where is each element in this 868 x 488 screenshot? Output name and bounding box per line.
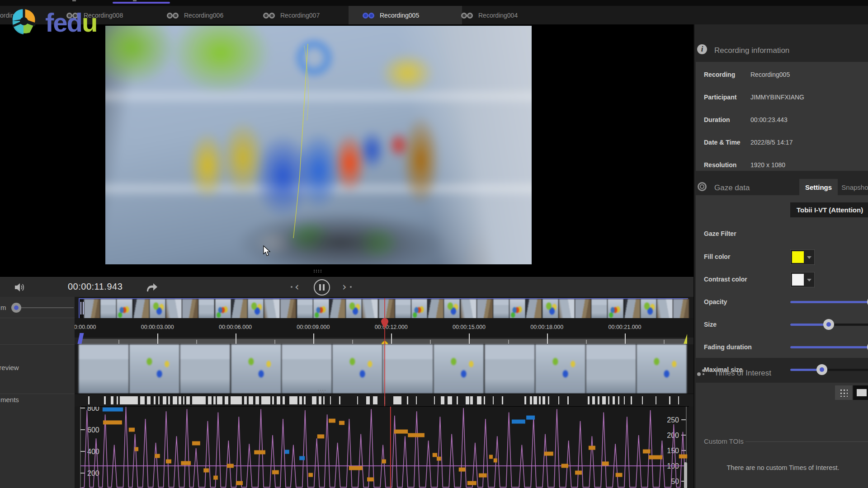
overview-thumbnail[interactable] bbox=[493, 299, 509, 319]
timeline-zoom-slider-track[interactable] bbox=[14, 307, 74, 308]
preview-thumbnail[interactable] bbox=[637, 344, 687, 394]
overview-thumbnail[interactable] bbox=[379, 299, 395, 319]
overview-thumbnail[interactable] bbox=[444, 299, 460, 319]
gaze-event-mark bbox=[542, 396, 545, 404]
overview-thumbnail[interactable] bbox=[559, 299, 575, 319]
preview-thumbnail[interactable] bbox=[332, 344, 383, 394]
overview-thumbnail[interactable] bbox=[526, 299, 542, 319]
preview-thumbnail[interactable] bbox=[586, 344, 637, 394]
preview-thumbnail-strip[interactable] bbox=[79, 344, 687, 394]
preview-thumbnail[interactable] bbox=[79, 344, 129, 394]
overview-thumbnail[interactable] bbox=[509, 299, 526, 319]
overview-thumbnail[interactable] bbox=[150, 299, 166, 319]
fill-color-picker[interactable] bbox=[790, 249, 815, 265]
pause-button[interactable] bbox=[314, 279, 330, 296]
tab-recording006[interactable]: Recording006 bbox=[161, 6, 255, 24]
export-clip-icon[interactable] bbox=[146, 282, 158, 293]
overview-thumbnail[interactable] bbox=[608, 299, 624, 319]
overview-thumbnail[interactable] bbox=[117, 299, 133, 319]
toolbar-fragment bbox=[72, 0, 76, 1]
overview-thumbnail[interactable] bbox=[198, 299, 215, 319]
overview-thumbnail[interactable] bbox=[411, 299, 428, 319]
tab-recording007[interactable]: Recording007 bbox=[258, 6, 349, 24]
preview-thumbnail[interactable] bbox=[383, 344, 434, 394]
gaze-event-mark bbox=[163, 396, 166, 404]
overview-thumbnail[interactable] bbox=[166, 299, 182, 319]
overview-thumbnail[interactable] bbox=[248, 299, 264, 319]
gaze-event-mark bbox=[530, 396, 532, 404]
chart-scrollbar[interactable] bbox=[684, 462, 687, 488]
timeline-panel: m preview ments 00:00:00.00000:00:03.000… bbox=[0, 297, 693, 488]
tab-label: Recording006 bbox=[184, 12, 223, 19]
gaze-event-mark bbox=[567, 396, 569, 404]
overview-thumbnail[interactable] bbox=[461, 299, 477, 319]
overview-thumbnail[interactable] bbox=[231, 299, 248, 319]
slider-fading-duration[interactable] bbox=[790, 341, 868, 353]
preview-thumbnail[interactable] bbox=[434, 344, 484, 394]
gaze-event-mark bbox=[299, 396, 302, 404]
next-event-button[interactable]: › bbox=[342, 278, 347, 296]
overview-thumbnail[interactable] bbox=[428, 299, 444, 319]
overview-thumbnail[interactable] bbox=[264, 299, 280, 319]
gaze-event-mark bbox=[524, 396, 526, 404]
volume-icon[interactable] bbox=[14, 281, 26, 294]
contrast-color-picker[interactable] bbox=[790, 272, 815, 287]
overview-thumbnail[interactable] bbox=[673, 299, 689, 319]
tab-recording004[interactable]: Recording004 bbox=[456, 6, 549, 24]
overview-thumbnail[interactable] bbox=[313, 299, 330, 319]
overview-thumbnail[interactable] bbox=[280, 299, 297, 319]
slider-knob[interactable] bbox=[823, 319, 834, 330]
preview-thumbnail[interactable] bbox=[282, 344, 332, 394]
overview-thumbnail-strip[interactable] bbox=[79, 298, 688, 320]
preview-thumbnail[interactable] bbox=[180, 344, 231, 394]
previous-event-button[interactable]: ‹ bbox=[295, 278, 299, 296]
preview-thumbnail[interactable] bbox=[535, 344, 586, 394]
gaze-tab-settings[interactable]: Settings bbox=[799, 179, 838, 195]
preview-thumbnail[interactable] bbox=[485, 344, 535, 394]
toi-list-view-button[interactable] bbox=[853, 385, 868, 400]
velocity-chart[interactable]: 80060040020025020015010050 bbox=[80, 406, 689, 488]
overview-thumbnail[interactable] bbox=[100, 299, 117, 319]
overview-thumbnail[interactable] bbox=[591, 299, 608, 319]
gaze-event-mark bbox=[441, 396, 444, 404]
overview-thumbnail[interactable] bbox=[346, 299, 362, 319]
overview-thumbnail[interactable] bbox=[575, 299, 591, 319]
overview-thumbnail[interactable] bbox=[362, 299, 378, 319]
gaze-event-mark bbox=[186, 396, 190, 404]
overview-thumbnail[interactable] bbox=[657, 299, 673, 319]
overview-thumbnail[interactable] bbox=[542, 299, 559, 319]
tab-recording005[interactable]: Recording005 bbox=[349, 6, 462, 24]
video-preview[interactable] bbox=[105, 26, 532, 264]
info-row-value: 868 x 488 bbox=[750, 161, 785, 169]
panel-resize-handle[interactable] bbox=[314, 270, 324, 273]
logo-wordmark: fedu bbox=[45, 7, 97, 38]
timeline-zoom-slider-knob[interactable] bbox=[11, 303, 21, 313]
playhead-line[interactable] bbox=[384, 298, 385, 406]
overview-thumbnail[interactable] bbox=[624, 299, 641, 319]
gaze-event-mark bbox=[304, 396, 306, 404]
gaze-event-mark bbox=[147, 396, 151, 404]
slider-size[interactable] bbox=[790, 319, 868, 330]
overview-thumbnail[interactable] bbox=[330, 299, 346, 319]
gaze-tab-snapshot[interactable]: Snapshot bbox=[838, 179, 868, 195]
overview-thumbnail[interactable] bbox=[297, 299, 313, 319]
row-resize-handle[interactable] bbox=[318, 390, 328, 393]
gaze-data-box: Gaze Filter Tobii I-VT (Attention) Fill … bbox=[696, 195, 868, 358]
gaze-filter-dropdown[interactable]: Tobii I-VT (Attention) bbox=[790, 202, 868, 217]
overview-thumbnail[interactable] bbox=[182, 299, 198, 319]
preview-thumbnail[interactable] bbox=[129, 344, 180, 394]
gaze-event-mark bbox=[366, 396, 370, 404]
gaze-event-mark bbox=[272, 396, 274, 404]
info-row-value: Recording005 bbox=[750, 71, 790, 78]
overview-thumbnail[interactable] bbox=[84, 299, 100, 319]
preview-thumbnail[interactable] bbox=[231, 344, 282, 394]
overview-thumbnail[interactable] bbox=[395, 299, 411, 319]
contrast-color-label: Contrast color bbox=[704, 276, 747, 283]
gaze-event-mark bbox=[669, 396, 670, 404]
overview-thumbnail[interactable] bbox=[215, 299, 231, 319]
overview-thumbnail[interactable] bbox=[133, 299, 150, 319]
slider-opacity[interactable] bbox=[790, 296, 868, 308]
overview-thumbnail[interactable] bbox=[641, 299, 657, 319]
toi-grid-view-button[interactable] bbox=[835, 385, 852, 400]
overview-thumbnail[interactable] bbox=[477, 299, 493, 319]
